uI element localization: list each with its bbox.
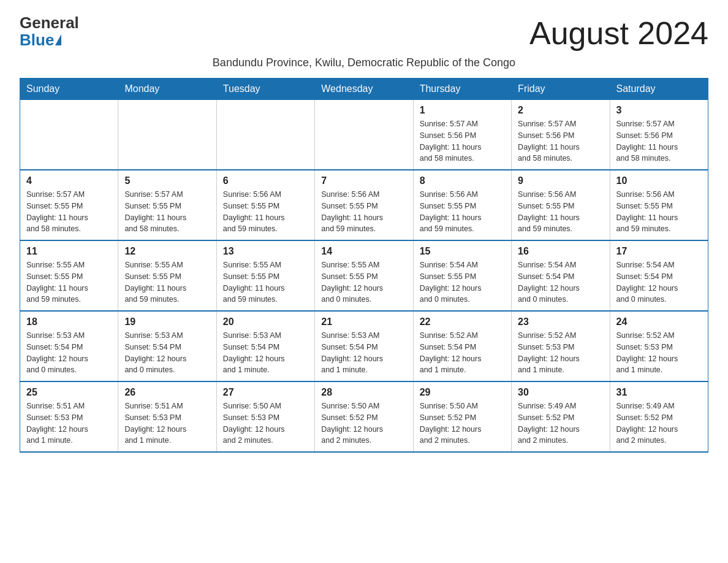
calendar-week-1: 1Sunrise: 5:57 AMSunset: 5:56 PMDaylight…	[20, 100, 708, 170]
calendar-cell: 4Sunrise: 5:57 AMSunset: 5:55 PMDaylight…	[20, 170, 118, 240]
calendar-cell: 25Sunrise: 5:51 AMSunset: 5:53 PMDayligh…	[20, 381, 118, 452]
day-number: 4	[26, 175, 112, 186]
day-info: Sunrise: 5:53 AMSunset: 5:54 PMDaylight:…	[223, 330, 308, 376]
day-info: Sunrise: 5:56 AMSunset: 5:55 PMDaylight:…	[420, 189, 505, 235]
day-number: 21	[321, 316, 406, 327]
day-number: 24	[616, 316, 702, 327]
calendar-cell: 8Sunrise: 5:56 AMSunset: 5:55 PMDaylight…	[413, 170, 511, 240]
day-info: Sunrise: 5:50 AMSunset: 5:52 PMDaylight:…	[321, 400, 406, 446]
day-number: 15	[420, 246, 505, 257]
calendar-cell: 26Sunrise: 5:51 AMSunset: 5:53 PMDayligh…	[118, 381, 216, 452]
calendar-body: 1Sunrise: 5:57 AMSunset: 5:56 PMDaylight…	[20, 100, 708, 453]
calendar-cell: 11Sunrise: 5:55 AMSunset: 5:55 PMDayligh…	[20, 240, 118, 311]
calendar-week-4: 18Sunrise: 5:53 AMSunset: 5:54 PMDayligh…	[20, 311, 708, 381]
day-info: Sunrise: 5:51 AMSunset: 5:53 PMDaylight:…	[26, 400, 112, 446]
calendar-cell: 6Sunrise: 5:56 AMSunset: 5:55 PMDaylight…	[216, 170, 314, 240]
calendar-week-2: 4Sunrise: 5:57 AMSunset: 5:55 PMDaylight…	[20, 170, 708, 240]
day-info: Sunrise: 5:51 AMSunset: 5:53 PMDaylight:…	[124, 400, 210, 446]
day-number: 29	[420, 387, 505, 398]
day-number: 19	[124, 316, 210, 327]
calendar-cell: 16Sunrise: 5:54 AMSunset: 5:54 PMDayligh…	[512, 240, 610, 311]
day-number: 28	[321, 387, 406, 398]
day-info: Sunrise: 5:53 AMSunset: 5:54 PMDaylight:…	[321, 330, 406, 376]
calendar-table: SundayMondayTuesdayWednesdayThursdayFrid…	[20, 78, 708, 453]
calendar-cell: 7Sunrise: 5:56 AMSunset: 5:55 PMDaylight…	[315, 170, 413, 240]
day-number: 27	[223, 387, 308, 398]
calendar-cell: 12Sunrise: 5:55 AMSunset: 5:55 PMDayligh…	[118, 240, 216, 311]
col-header-monday: Monday	[118, 79, 216, 100]
calendar-cell: 10Sunrise: 5:56 AMSunset: 5:55 PMDayligh…	[610, 170, 708, 240]
day-info: Sunrise: 5:55 AMSunset: 5:55 PMDaylight:…	[124, 259, 210, 305]
day-info: Sunrise: 5:50 AMSunset: 5:53 PMDaylight:…	[223, 400, 308, 446]
day-info: Sunrise: 5:55 AMSunset: 5:55 PMDaylight:…	[321, 259, 406, 305]
day-number: 9	[518, 175, 603, 186]
calendar-cell: 19Sunrise: 5:53 AMSunset: 5:54 PMDayligh…	[118, 311, 216, 381]
calendar-header: SundayMondayTuesdayWednesdayThursdayFrid…	[20, 79, 708, 100]
calendar-cell: 3Sunrise: 5:57 AMSunset: 5:56 PMDaylight…	[610, 100, 708, 170]
day-number: 8	[420, 175, 505, 186]
day-number: 23	[518, 316, 603, 327]
col-header-saturday: Saturday	[610, 79, 708, 100]
day-number: 22	[420, 316, 505, 327]
day-info: Sunrise: 5:57 AMSunset: 5:55 PMDaylight:…	[26, 189, 112, 235]
calendar-cell: 15Sunrise: 5:54 AMSunset: 5:55 PMDayligh…	[413, 240, 511, 311]
day-info: Sunrise: 5:49 AMSunset: 5:52 PMDaylight:…	[616, 400, 702, 446]
calendar-cell: 20Sunrise: 5:53 AMSunset: 5:54 PMDayligh…	[216, 311, 314, 381]
day-number: 14	[321, 246, 406, 257]
day-info: Sunrise: 5:52 AMSunset: 5:54 PMDaylight:…	[420, 330, 505, 376]
day-number: 2	[518, 105, 603, 116]
day-info: Sunrise: 5:57 AMSunset: 5:56 PMDaylight:…	[518, 118, 603, 164]
calendar-cell	[20, 100, 118, 170]
day-number: 20	[223, 316, 308, 327]
day-number: 18	[26, 316, 112, 327]
day-number: 3	[616, 105, 702, 116]
calendar-cell: 9Sunrise: 5:56 AMSunset: 5:55 PMDaylight…	[512, 170, 610, 240]
day-number: 31	[616, 387, 702, 398]
day-info: Sunrise: 5:57 AMSunset: 5:56 PMDaylight:…	[616, 118, 702, 164]
calendar-week-5: 25Sunrise: 5:51 AMSunset: 5:53 PMDayligh…	[20, 381, 708, 452]
location-subtitle: Bandundu Province, Kwilu, Democratic Rep…	[20, 56, 708, 69]
day-number: 26	[124, 387, 210, 398]
day-info: Sunrise: 5:56 AMSunset: 5:55 PMDaylight:…	[321, 189, 406, 235]
day-info: Sunrise: 5:52 AMSunset: 5:53 PMDaylight:…	[616, 330, 702, 376]
logo-general-text: General	[20, 15, 79, 31]
day-info: Sunrise: 5:53 AMSunset: 5:54 PMDaylight:…	[124, 330, 210, 376]
calendar-cell: 28Sunrise: 5:50 AMSunset: 5:52 PMDayligh…	[315, 381, 413, 452]
calendar-cell: 30Sunrise: 5:49 AMSunset: 5:52 PMDayligh…	[512, 381, 610, 452]
calendar-cell: 23Sunrise: 5:52 AMSunset: 5:53 PMDayligh…	[512, 311, 610, 381]
day-info: Sunrise: 5:57 AMSunset: 5:55 PMDaylight:…	[124, 189, 210, 235]
day-number: 13	[223, 246, 308, 257]
calendar-cell	[216, 100, 314, 170]
calendar-cell: 21Sunrise: 5:53 AMSunset: 5:54 PMDayligh…	[315, 311, 413, 381]
day-number: 1	[420, 105, 505, 116]
day-info: Sunrise: 5:54 AMSunset: 5:54 PMDaylight:…	[616, 259, 702, 305]
day-info: Sunrise: 5:56 AMSunset: 5:55 PMDaylight:…	[518, 189, 603, 235]
day-number: 10	[616, 175, 702, 186]
col-header-sunday: Sunday	[20, 79, 118, 100]
col-header-thursday: Thursday	[413, 79, 511, 100]
col-header-friday: Friday	[512, 79, 610, 100]
day-info: Sunrise: 5:56 AMSunset: 5:55 PMDaylight:…	[616, 189, 702, 235]
day-number: 6	[223, 175, 308, 186]
calendar-cell: 22Sunrise: 5:52 AMSunset: 5:54 PMDayligh…	[413, 311, 511, 381]
day-number: 25	[26, 387, 112, 398]
calendar-cell: 29Sunrise: 5:50 AMSunset: 5:52 PMDayligh…	[413, 381, 511, 452]
calendar-cell: 18Sunrise: 5:53 AMSunset: 5:54 PMDayligh…	[20, 311, 118, 381]
header-row: SundayMondayTuesdayWednesdayThursdayFrid…	[20, 79, 708, 100]
calendar-cell: 27Sunrise: 5:50 AMSunset: 5:53 PMDayligh…	[216, 381, 314, 452]
col-header-tuesday: Tuesday	[216, 79, 314, 100]
day-number: 30	[518, 387, 603, 398]
day-number: 5	[124, 175, 210, 186]
day-number: 12	[124, 246, 210, 257]
calendar-cell: 14Sunrise: 5:55 AMSunset: 5:55 PMDayligh…	[315, 240, 413, 311]
day-info: Sunrise: 5:54 AMSunset: 5:54 PMDaylight:…	[518, 259, 603, 305]
day-number: 16	[518, 246, 603, 257]
calendar-cell: 13Sunrise: 5:55 AMSunset: 5:55 PMDayligh…	[216, 240, 314, 311]
month-title: August 2024	[529, 15, 708, 52]
logo-triangle-icon	[55, 34, 61, 45]
calendar-cell: 24Sunrise: 5:52 AMSunset: 5:53 PMDayligh…	[610, 311, 708, 381]
day-info: Sunrise: 5:52 AMSunset: 5:53 PMDaylight:…	[518, 330, 603, 376]
logo: General Blue	[20, 15, 79, 50]
col-header-wednesday: Wednesday	[315, 79, 413, 100]
calendar-cell: 31Sunrise: 5:49 AMSunset: 5:52 PMDayligh…	[610, 381, 708, 452]
